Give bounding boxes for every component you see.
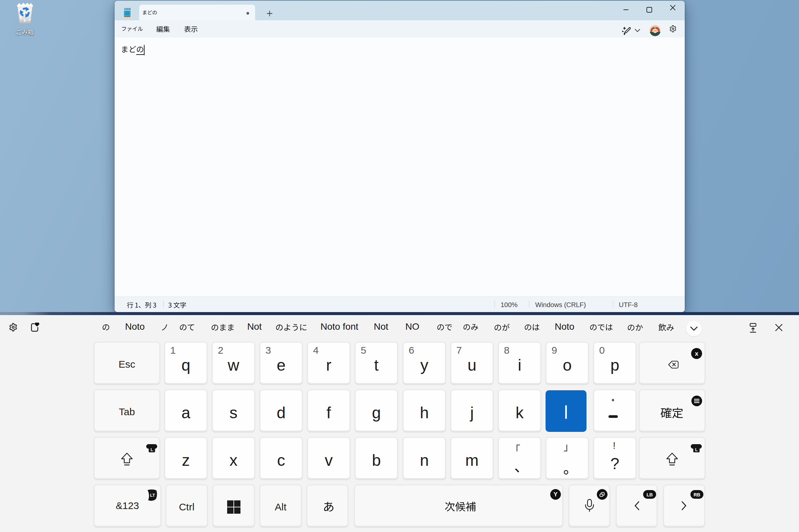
svg-text:L: L (695, 447, 698, 452)
svg-text:RB: RB (693, 492, 700, 497)
svg-text:LT: LT (150, 493, 155, 498)
svg-text:LB: LB (647, 492, 653, 497)
svg-text:L: L (150, 447, 153, 452)
